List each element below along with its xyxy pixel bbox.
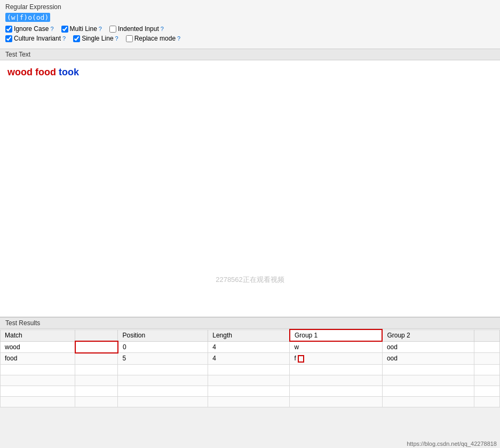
row2-group2: ood: [382, 353, 474, 365]
single-line-checkbox[interactable]: [73, 35, 80, 42]
table-row-empty-3: [1, 386, 500, 396]
test-text-header: Test Text: [0, 49, 500, 60]
option-replace-mode[interactable]: Replace mode ?: [126, 35, 181, 42]
test-text-panel: Test Text wood food took 2278562正在观看视频: [0, 49, 500, 317]
results-table: Match Position Length Group 1 Group 2 wo…: [0, 329, 500, 407]
col-match: Match: [1, 329, 75, 341]
row1-group2: ood: [382, 341, 474, 353]
text-took: took: [59, 67, 79, 77]
row2-match: food: [1, 353, 75, 365]
col-match-highlight: [75, 329, 118, 341]
replace-mode-label: Replace mode: [134, 35, 176, 42]
results-header: Test Results: [0, 317, 500, 329]
test-text-area[interactable]: wood food took 2278562正在观看视频: [0, 60, 500, 317]
option-indented-input[interactable]: Indented Input ?: [109, 25, 164, 33]
regex-label: Regular Expression: [5, 3, 495, 11]
table-header-row: Match Position Length Group 1 Group 2: [1, 329, 500, 341]
col-group1: Group 1: [290, 329, 382, 341]
watermark: 2278562正在观看视频: [216, 275, 284, 285]
row2-length: 4: [208, 353, 290, 365]
indented-input-label: Indented Input: [118, 25, 159, 33]
col-extra: [474, 329, 499, 341]
row1-group1: w: [290, 341, 382, 353]
indented-input-checkbox[interactable]: [109, 26, 116, 33]
match-food: food: [35, 67, 56, 77]
ignore-case-label: Ignore Case: [14, 25, 49, 33]
row2-position: 5: [118, 353, 208, 365]
row1-match: wood: [1, 341, 75, 353]
table-row-empty-4: [1, 396, 500, 407]
culture-invariant-label: Culture Invariant: [14, 35, 61, 42]
top-panel: Regular Expression (w|f)o(od) Ignore Cas…: [0, 0, 500, 49]
test-text-content: wood food took: [7, 66, 493, 79]
replace-mode-checkbox[interactable]: [126, 35, 133, 42]
option-ignore-case[interactable]: Ignore Case ?: [5, 25, 54, 33]
col-length: Length: [208, 329, 290, 341]
match-wood: wood: [7, 67, 33, 77]
regex-value[interactable]: (w|f)o(od): [5, 13, 50, 22]
row1-length: 4: [208, 341, 290, 353]
ignore-case-checkbox[interactable]: [5, 26, 12, 33]
options-row-2: Culture Invariant ? Single Line ? Replac…: [5, 35, 495, 42]
indented-input-help[interactable]: ?: [161, 26, 164, 32]
row1-position: 0: [118, 341, 208, 353]
culture-invariant-checkbox[interactable]: [5, 35, 12, 42]
table-row-empty-2: [1, 375, 500, 386]
row2-match-empty: [75, 353, 118, 365]
option-culture-invariant[interactable]: Culture Invariant ?: [5, 35, 66, 42]
multi-line-checkbox[interactable]: [61, 26, 68, 33]
ignore-case-help[interactable]: ?: [50, 26, 53, 32]
table-row-empty-1: [1, 364, 500, 375]
single-line-label: Single Line: [82, 35, 113, 42]
row2-extra: [474, 353, 499, 365]
test-results-panel: Test Results Match Position Length Group…: [0, 317, 500, 407]
table-row: wood 0 4 w ood: [1, 341, 500, 353]
row1-match-box: [75, 341, 118, 353]
regex-input-row: (w|f)o(od): [5, 13, 495, 22]
options-row-1: Ignore Case ? Multi Line ? Indented Inpu…: [5, 25, 495, 33]
option-multi-line[interactable]: Multi Line ?: [61, 25, 102, 33]
multi-line-help[interactable]: ?: [99, 26, 102, 32]
option-single-line[interactable]: Single Line ?: [73, 35, 118, 42]
multi-line-label: Multi Line: [70, 25, 97, 33]
single-line-help[interactable]: ?: [115, 35, 118, 42]
replace-mode-help[interactable]: ?: [177, 35, 180, 42]
row1-extra: [474, 341, 499, 353]
table-row: food 5 4 f ood: [1, 353, 500, 365]
culture-invariant-help[interactable]: ?: [62, 35, 66, 42]
row2-group1: f: [290, 353, 382, 365]
col-group2: Group 2: [382, 329, 474, 341]
col-position: Position: [118, 329, 208, 341]
